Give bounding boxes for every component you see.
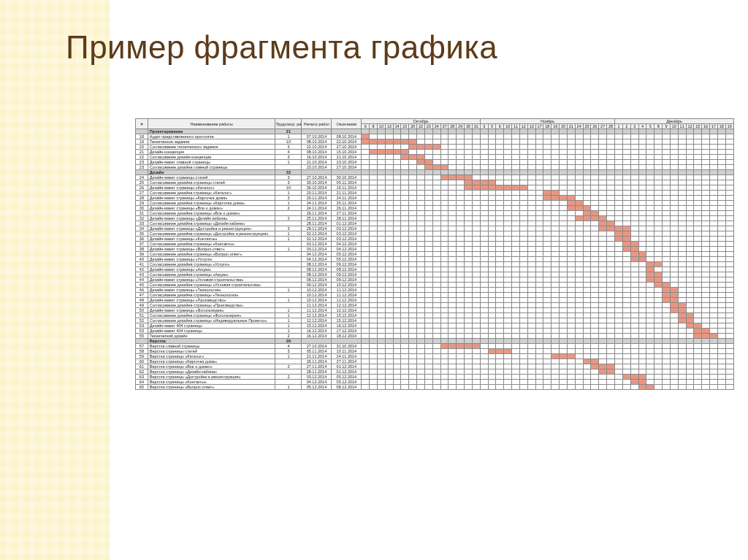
task-name: Согласование дизайна страницы «Карточка … <box>148 201 275 206</box>
gantt-cell <box>401 150 409 155</box>
gantt-cell <box>543 288 552 293</box>
gantt-cell <box>480 334 488 339</box>
gantt-cell <box>472 375 480 380</box>
gantt-cell <box>725 221 733 226</box>
gantt-cell <box>504 354 512 359</box>
gantt-cell <box>488 242 496 247</box>
gantt-bar <box>504 349 511 353</box>
gantt-cell <box>472 160 480 165</box>
gantt-cell <box>504 344 512 349</box>
gantt-cell <box>370 216 378 221</box>
gantt-cell <box>710 329 718 334</box>
gantt-cell <box>472 344 480 349</box>
gantt-cell <box>717 175 725 180</box>
gantt-cell <box>575 145 583 150</box>
gantt-cell <box>472 298 480 303</box>
gantt-cell <box>377 252 385 257</box>
gantt-cell <box>591 237 599 242</box>
gantt-cell <box>488 354 496 359</box>
gantt-cell <box>480 267 488 272</box>
duration: 1 <box>275 201 302 206</box>
start-date: 16.12.2014 <box>302 334 332 339</box>
gantt-cell <box>440 262 449 267</box>
gantt-cell <box>449 150 457 155</box>
gantt-cell <box>385 170 393 175</box>
gantt-cell <box>686 375 694 380</box>
gantt-cell <box>702 206 710 211</box>
gantt-cell <box>567 380 575 385</box>
gantt-cell <box>377 226 385 231</box>
gantt-cell <box>465 262 473 267</box>
gantt-cell <box>615 334 623 339</box>
gantt-cell <box>488 211 496 216</box>
end-date: 21.10.2014 <box>332 155 362 160</box>
gantt-cell <box>496 318 504 323</box>
start-date: 09.12.2014 <box>302 283 332 288</box>
gantt-cell <box>654 354 663 359</box>
gantt-bar <box>599 221 606 226</box>
gantt-cell <box>424 354 432 359</box>
gantt-cell <box>615 359 623 364</box>
gantt-cell <box>646 293 654 298</box>
duration <box>275 211 302 216</box>
gantt-cell <box>567 303 575 308</box>
gantt-cell <box>543 206 552 211</box>
gantt-cell <box>710 155 718 160</box>
task-name: Дизайн-макет страницы статей <box>148 175 275 180</box>
start-date: 27.10.2014 <box>302 344 332 349</box>
gantt-cell <box>457 385 465 390</box>
gantt-cell <box>472 359 480 364</box>
gantt-cell <box>686 349 694 354</box>
gantt-cell <box>646 277 654 283</box>
gantt-cell <box>440 369 449 375</box>
gantt-cell <box>519 257 527 262</box>
gantt-cell <box>424 155 432 160</box>
day-header: 10 <box>504 124 512 129</box>
gantt-cell <box>638 262 646 267</box>
gantt-cell <box>504 334 512 339</box>
gantt-cell <box>646 145 654 150</box>
gantt-cell <box>472 262 480 267</box>
gantt-cell <box>717 318 725 323</box>
gantt-cell <box>401 237 409 242</box>
gantt-cell <box>385 364 393 369</box>
gantt-cell <box>583 247 591 252</box>
gantt-cell <box>622 298 630 303</box>
end-date: 31.10.2014 <box>332 344 362 349</box>
gantt-cell <box>725 354 733 359</box>
gantt-cell <box>377 242 385 247</box>
gantt-cell <box>385 339 393 344</box>
gantt-cell <box>440 380 449 385</box>
gantt-cell <box>496 272 504 277</box>
gantt-cell <box>543 175 552 180</box>
end-date: 17.12.2014 <box>332 329 362 334</box>
gantt-cell <box>583 323 591 329</box>
row-num: 37 <box>136 242 148 247</box>
gantt-cell <box>362 283 370 288</box>
gantt-cell <box>552 226 560 231</box>
gantt-cell <box>583 277 591 283</box>
gantt-cell <box>527 231 535 237</box>
duration: 1 <box>275 231 302 237</box>
gantt-cell <box>480 145 488 150</box>
gantt-cell <box>567 277 575 283</box>
gantt-cell <box>670 283 678 288</box>
gantt-cell <box>535 293 543 298</box>
gantt-cell <box>694 185 702 191</box>
start-date: 03.12.2014 <box>302 247 332 252</box>
gantt-cell <box>519 359 527 364</box>
gantt-cell <box>702 369 710 375</box>
gantt-cell <box>654 206 663 211</box>
start-date: 15.12.2014 <box>302 323 332 329</box>
gantt-cell <box>449 242 457 247</box>
gantt-bar <box>409 145 416 149</box>
gantt-cell <box>552 196 560 201</box>
duration <box>275 267 302 272</box>
gantt-cell <box>370 226 378 231</box>
gantt-cell <box>638 369 646 375</box>
gantt-cell <box>638 247 646 252</box>
task-name: Верстка <box>148 339 275 344</box>
gantt-cell <box>370 308 378 313</box>
task-name: Согласование дизайна страницы «Вопрос-от… <box>148 252 275 257</box>
gantt-cell <box>552 318 560 323</box>
